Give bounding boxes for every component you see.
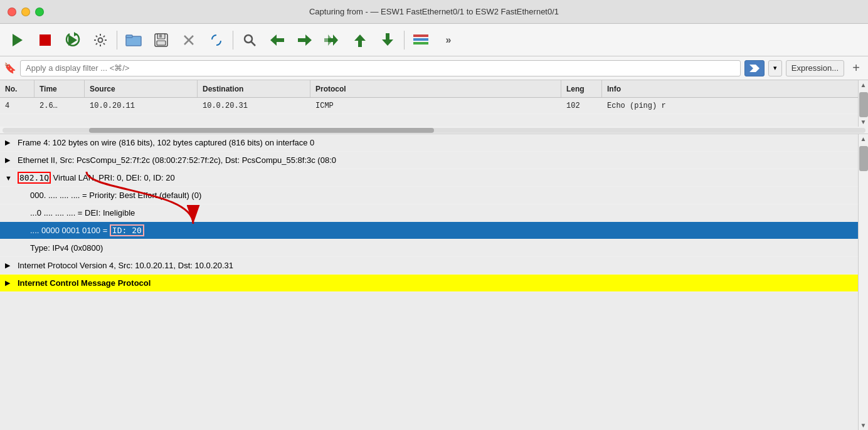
minimize-window-button[interactable] [21,8,30,16]
svg-line-14 [251,41,256,46]
close-file-button[interactable] [176,28,201,53]
expand-icon: ▶ [5,261,15,270]
svg-rect-22 [413,38,428,41]
filter-apply-button[interactable] [744,60,765,76]
toolbar-sep-2 [233,31,233,50]
red-box-802q: 802.1Q [18,172,51,184]
svg-marker-16 [298,34,312,46]
svg-marker-18 [324,34,333,46]
save-file-button[interactable] [149,28,174,53]
svg-marker-15 [270,34,284,46]
detail-row-ethernet[interactable]: ▶ Ethernet II, Src: PcsCompu_52:7f:2c (0… [0,152,858,169]
expand-icon: ▶ [5,156,15,164]
more-button[interactable]: » [436,28,461,53]
cell-time: 2.6… [34,98,85,113]
main-content: No. Time Source Destination Protocol Len… [0,80,868,430]
scroll-thumb[interactable] [859,92,868,117]
red-box-id: ID: 20 [110,224,144,236]
scroll-up[interactable]: ▲ [859,80,868,90]
packet-list-hscrollbar[interactable] [0,127,868,134]
svg-point-4 [98,38,103,42]
detail-row-icmp[interactable]: ▶ Internet Control Message Protocol [0,275,858,292]
go-first-button[interactable] [320,28,345,53]
svg-rect-21 [413,34,428,37]
open-file-button[interactable] [121,28,146,53]
window-controls [8,8,44,16]
table-row[interactable]: 4 2.6… 10.0.20.11 10.0.20.31 ICMP 102 Ec… [0,98,858,114]
detail-text: Internet Protocol Version 4, Src: 10.0.2… [18,261,233,270]
svg-marker-19 [354,34,366,47]
cell-len: 102 [561,98,602,113]
svg-rect-1 [40,34,51,46]
col-header-no: No. [0,80,34,97]
detail-text: 000. .... .... .... = Priority: Best Eff… [30,191,201,200]
svg-rect-10 [159,34,162,38]
detail-scroll-thumb[interactable] [859,146,868,171]
svg-marker-20 [382,33,393,46]
filter-dropdown-button[interactable]: ▾ [768,60,782,76]
detail-text: Type: IPv4 (0x0800) [30,243,103,253]
detail-row-type[interactable]: Type: IPv4 (0x0800) [0,239,858,257]
reload-button[interactable] [204,28,229,53]
maximize-window-button[interactable] [35,8,44,16]
detail-row-priority[interactable]: 000. .... .... .... = Priority: Best Eff… [0,187,858,204]
col-header-len: Leng [561,80,602,97]
window-title: Capturing from - — ESW1 FastEthernet0/1 … [309,7,559,16]
toolbar-sep-3 [404,31,405,50]
colorize-button[interactable] [408,28,433,53]
filter-bookmark-icon: 🔖 [4,62,16,74]
detail-scrollbar[interactable]: ▲ ▼ [858,134,868,430]
packet-list: No. Time Source Destination Protocol Len… [0,80,858,127]
go-forward-button[interactable] [292,28,317,53]
packet-list-scrollbar[interactable]: ▲ ▼ [858,80,868,127]
detail-row-dei[interactable]: ...0 .... .... .... = DEI: Ineligible [0,204,858,222]
col-header-dest: Destination [198,80,310,97]
expression-button[interactable]: Expression... [786,60,844,76]
col-header-info: Info [602,80,858,97]
detail-row-frame[interactable]: ▶ Frame 4: 102 bytes on wire (816 bits),… [0,134,858,152]
expand-icon: ▼ [5,174,15,182]
hscroll-thumb[interactable] [89,128,434,133]
scroll-down[interactable]: ▼ [859,117,868,127]
packet-detail: ▶ Frame 4: 102 bytes on wire (816 bits),… [0,134,858,430]
capture-options-button[interactable] [88,28,113,53]
filter-bar: 🔖 ▾ Expression... + [0,56,868,80]
filter-input[interactable] [20,60,741,76]
cell-no: 4 [0,98,34,113]
detail-scroll-up[interactable]: ▲ [859,134,868,144]
find-packet-button[interactable] [237,28,262,53]
detail-text: Internet Control Message Protocol [18,278,151,288]
detail-row-ipv4[interactable]: ▶ Internet Protocol Version 4, Src: 10.0… [0,257,858,275]
detail-text: .... 0000 0001 0100 = ID: 20 [30,226,144,235]
hscroll-track [3,128,865,133]
col-header-time: Time [34,80,85,97]
detail-text: Ethernet II, Src: PcsCompu_52:7f:2c (08:… [18,155,336,165]
detail-row-dot1q[interactable]: ▼ 802.1Q Virtual LAN, PRI: 0, DEI: 0, ID… [0,169,858,187]
cell-proto: ICMP [310,98,561,113]
go-next-button[interactable] [375,28,400,53]
svg-marker-0 [13,34,23,46]
expand-icon: ▶ [5,139,15,147]
go-back-button[interactable] [265,28,290,53]
stop-capture-button[interactable] [33,28,58,53]
packet-detail-section: ▶ Frame 4: 102 bytes on wire (816 bits),… [0,134,868,430]
toolbar: » [0,24,868,56]
col-header-proto: Protocol [310,80,561,97]
toolbar-sep-1 [117,31,117,50]
svg-rect-9 [157,41,166,45]
svg-rect-6 [126,35,132,38]
detail-scroll-down[interactable]: ▼ [859,421,868,430]
restart-capture-button[interactable] [60,28,85,53]
add-filter-button[interactable]: + [848,60,864,76]
svg-marker-24 [749,65,760,72]
close-window-button[interactable] [8,8,16,16]
detail-row-id[interactable]: .... 0000 0001 0100 = ID: 20 [0,222,858,239]
title-bar: Capturing from - — ESW1 FastEthernet0/1 … [0,0,868,24]
go-prev-button[interactable] [347,28,373,53]
packet-list-section: No. Time Source Destination Protocol Len… [0,80,868,127]
detail-text: 802.1Q Virtual LAN, PRI: 0, DEI: 0, ID: … [18,173,175,182]
svg-point-13 [245,35,252,43]
start-capture-button[interactable] [5,28,30,53]
detail-text: Frame 4: 102 bytes on wire (816 bits), 1… [18,138,314,147]
col-header-source: Source [85,80,198,97]
